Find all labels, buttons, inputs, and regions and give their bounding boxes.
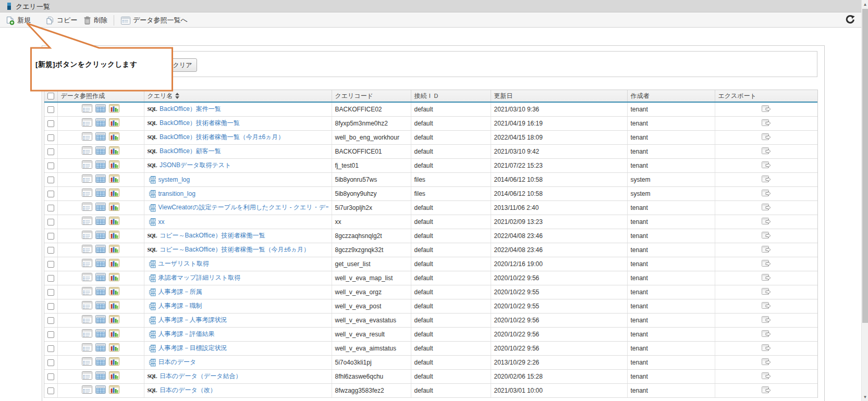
- export-icon[interactable]: [762, 175, 771, 184]
- row-checkbox[interactable]: [47, 120, 54, 127]
- row-checkbox[interactable]: [47, 148, 54, 155]
- chart-view-icon[interactable]: [109, 160, 119, 170]
- chart-view-icon[interactable]: [109, 203, 119, 212]
- export-icon[interactable]: [762, 287, 771, 297]
- row-checkbox[interactable]: [47, 106, 54, 113]
- header-updated[interactable]: 更新日: [491, 90, 627, 102]
- export-icon[interactable]: [762, 372, 771, 381]
- query-name-link[interactable]: JSONBデータ取得テスト: [160, 161, 231, 170]
- row-checkbox[interactable]: [47, 303, 54, 310]
- row-checkbox[interactable]: [47, 275, 54, 282]
- row-checkbox[interactable]: [47, 162, 54, 169]
- pivot-view-icon[interactable]: [95, 273, 106, 283]
- chart-view-icon[interactable]: [109, 287, 119, 297]
- refresh-button[interactable]: [843, 15, 856, 26]
- row-checkbox[interactable]: [47, 373, 54, 380]
- chart-view-icon[interactable]: [109, 371, 119, 381]
- query-name-link[interactable]: 承認者マップ詳細リスト取得: [158, 273, 241, 282]
- pivot-view-icon[interactable]: [95, 287, 106, 297]
- chart-view-icon[interactable]: [109, 301, 119, 311]
- export-icon[interactable]: [762, 231, 771, 241]
- query-name-link[interactable]: ViewCreatorの設定テーブルを利用したクエリ - クエリ・デー: [158, 203, 328, 212]
- pivot-view-icon[interactable]: [95, 231, 106, 241]
- export-icon[interactable]: [762, 302, 771, 311]
- list-view-icon[interactable]: [82, 301, 92, 311]
- list-view-icon[interactable]: [82, 132, 92, 142]
- pivot-view-icon[interactable]: [95, 104, 106, 114]
- pivot-view-icon[interactable]: [95, 160, 106, 170]
- export-icon[interactable]: [762, 259, 771, 269]
- export-icon[interactable]: [762, 316, 771, 325]
- export-icon[interactable]: [762, 344, 771, 353]
- query-name-link[interactable]: BackOffice）技術者稼働一覧（今月±6ヵ月）: [160, 133, 284, 142]
- list-view-icon[interactable]: [82, 385, 92, 395]
- list-view-icon[interactable]: [82, 203, 92, 212]
- query-name-link[interactable]: 人事考課－所属: [158, 287, 202, 296]
- pivot-view-icon[interactable]: [95, 217, 106, 227]
- query-name-link[interactable]: BackOffice）案件一覧: [160, 105, 221, 114]
- query-name-link[interactable]: system_log: [158, 176, 190, 183]
- chart-view-icon[interactable]: [109, 343, 119, 353]
- export-icon[interactable]: [762, 203, 771, 212]
- pivot-view-icon[interactable]: [95, 371, 106, 381]
- header-export[interactable]: エクスポート: [715, 90, 817, 102]
- row-checkbox[interactable]: [47, 289, 54, 296]
- chart-view-icon[interactable]: [109, 385, 119, 395]
- pivot-view-icon[interactable]: [95, 118, 106, 128]
- scrollbar-thumb[interactable]: [862, 9, 868, 323]
- select-all-checkbox[interactable]: [47, 93, 54, 99]
- list-view-icon[interactable]: [82, 371, 92, 381]
- list-view-icon[interactable]: [82, 259, 92, 269]
- query-name-link[interactable]: transition_log: [158, 190, 195, 197]
- export-icon[interactable]: [762, 105, 771, 114]
- list-view-icon[interactable]: [82, 329, 92, 339]
- chart-view-icon[interactable]: [109, 273, 119, 283]
- pivot-view-icon[interactable]: [95, 245, 106, 255]
- chart-view-icon[interactable]: [109, 315, 119, 325]
- pivot-view-icon[interactable]: [95, 132, 106, 142]
- chart-view-icon[interactable]: [109, 146, 119, 156]
- query-name-link[interactable]: 人事考課－人事考課状況: [158, 316, 227, 324]
- query-name-link[interactable]: 人事考課－職制: [158, 302, 202, 310]
- chart-view-icon[interactable]: [109, 231, 119, 241]
- query-name-link[interactable]: ユーザリスト取得: [158, 259, 209, 268]
- list-view-icon[interactable]: [82, 343, 92, 353]
- query-name-link[interactable]: BackOffice）技術者稼働一覧: [160, 119, 240, 128]
- chart-view-icon[interactable]: [109, 357, 119, 367]
- chart-view-icon[interactable]: [109, 217, 119, 227]
- header-author[interactable]: 作成者: [627, 90, 715, 102]
- list-view-icon[interactable]: [82, 231, 92, 241]
- list-view-icon[interactable]: [82, 217, 92, 227]
- list-view-icon[interactable]: [82, 245, 92, 255]
- export-icon[interactable]: [762, 147, 771, 156]
- export-icon[interactable]: [762, 217, 771, 227]
- pivot-view-icon[interactable]: [95, 315, 106, 325]
- scroll-up-arrow-icon[interactable]: ▲: [862, 0, 868, 8]
- scroll-down-arrow-icon[interactable]: ▼: [862, 393, 868, 401]
- export-icon[interactable]: [762, 273, 771, 283]
- row-checkbox[interactable]: [47, 205, 54, 211]
- sort-icon[interactable]: [175, 93, 179, 99]
- pivot-view-icon[interactable]: [95, 301, 106, 311]
- pivot-view-icon[interactable]: [95, 146, 106, 156]
- pivot-view-icon[interactable]: [95, 329, 106, 339]
- pivot-view-icon[interactable]: [95, 174, 106, 184]
- export-icon[interactable]: [762, 119, 771, 128]
- pivot-view-icon[interactable]: [95, 385, 106, 395]
- export-icon[interactable]: [762, 189, 771, 198]
- row-checkbox[interactable]: [47, 233, 54, 240]
- query-name-link[interactable]: 日本のデータ: [158, 358, 197, 367]
- row-checkbox[interactable]: [47, 345, 54, 352]
- export-icon[interactable]: [762, 245, 771, 255]
- pivot-view-icon[interactable]: [95, 259, 106, 269]
- list-view-icon[interactable]: [82, 146, 92, 156]
- query-name-link[interactable]: コピー～BackOffice）技術者稼働一覧（今月±6ヵ月）: [160, 245, 310, 254]
- query-name-link[interactable]: BackOffice）顧客一覧: [160, 147, 221, 156]
- query-name-link[interactable]: 日本のデータ（改）: [160, 386, 216, 395]
- list-view-icon[interactable]: [82, 174, 92, 184]
- export-icon[interactable]: [762, 330, 771, 339]
- pivot-view-icon[interactable]: [95, 343, 106, 353]
- export-icon[interactable]: [762, 133, 771, 142]
- list-view-icon[interactable]: [82, 189, 92, 198]
- row-checkbox[interactable]: [47, 331, 54, 338]
